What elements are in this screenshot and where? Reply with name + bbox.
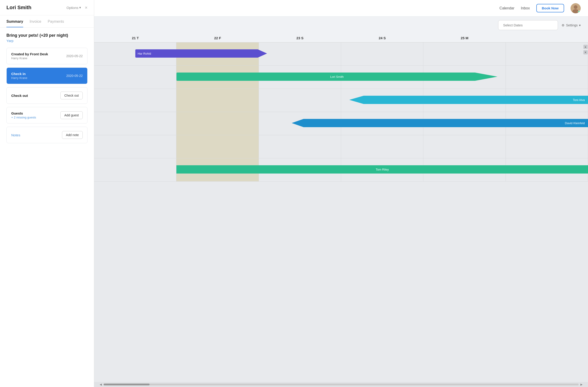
col-header-24: 24 S	[341, 34, 423, 42]
avatar[interactable]	[570, 3, 581, 13]
tab-payments[interactable]: Payments	[48, 15, 64, 27]
cell-5-3	[259, 135, 341, 158]
cell-1-4	[341, 42, 423, 65]
close-button[interactable]: ×	[85, 5, 87, 10]
cell-3-1	[94, 89, 176, 112]
tab-summary[interactable]: Summary	[6, 15, 23, 27]
created-label: Created by Front Desk	[11, 52, 48, 56]
gantt-bar-tom-riley-label: Tom Riley	[376, 168, 389, 171]
checkin-info: Check in Harry Krane	[11, 72, 27, 80]
gantt-bar-toni-alva[interactable]: Toni Alva	[349, 96, 588, 104]
gantt-bar-lori-smith[interactable]: Lori Smith	[176, 73, 498, 81]
notes-label: Notes	[11, 133, 20, 137]
cell-1-3	[259, 42, 341, 65]
cell-3-2	[176, 89, 259, 112]
panel-title: Lori Smith	[6, 5, 31, 11]
cell-1-6	[506, 42, 588, 65]
scroll-up-button[interactable]: ▲	[583, 45, 588, 49]
checkin-value: 2020-05-22	[66, 74, 83, 78]
col-header-26	[506, 34, 588, 42]
horizontal-scrollbar: ◀ ▶	[94, 382, 588, 387]
left-panel: Lori Smith Options ▾ × Summary Invoice P…	[0, 0, 94, 387]
add-note-button[interactable]: Add note	[62, 131, 83, 139]
tabs-container: Summary Invoice Payments	[0, 15, 94, 28]
options-label: Options	[67, 6, 79, 10]
checkin-card-row[interactable]: Check in Harry Krane 2020-05-22	[7, 68, 87, 84]
cell-5-4	[341, 135, 423, 158]
cell-1-5	[423, 42, 505, 65]
scroll-left-arrow[interactable]: ◀	[100, 383, 102, 386]
calendar-row-6: Tom Riley	[94, 158, 588, 182]
cell-6-1	[94, 158, 176, 181]
guests-card: Guests + 2 missing guests Add guest	[6, 107, 87, 123]
created-info: Created by Front Desk Harry Krane	[11, 52, 48, 60]
cell-5-2	[176, 135, 259, 158]
cell-5-6	[506, 135, 588, 158]
guests-info: Guests + 2 missing guests	[11, 111, 36, 119]
gantt-bar-david-kleinfeld[interactable]: David Kleinfeld	[292, 119, 588, 127]
chevron-down-icon: ▾	[79, 5, 81, 10]
checkin-sublabel: Harry Krane	[11, 76, 27, 80]
settings-label: Settings	[566, 23, 578, 27]
date-select-input[interactable]	[498, 20, 558, 30]
cell-4-2	[176, 112, 259, 135]
col-header-22: 22 F	[176, 34, 259, 42]
left-header: Lori Smith Options ▾ ×	[0, 0, 94, 15]
right-panel: Calendar Inbox Book Now ⚙ Settings ▾	[94, 0, 588, 387]
calendar-row-2: Lori Smith	[94, 66, 588, 89]
scroll-right-arrow[interactable]: ▶	[580, 383, 583, 386]
scroll-thumb[interactable]	[104, 384, 149, 385]
gantt-bar-har-rohld[interactable]: Har Rohld	[135, 49, 267, 58]
checkin-label: Check in	[11, 72, 27, 76]
checkout-card-row: Check out Check out	[7, 87, 87, 103]
guests-missing: + 2 missing guests	[11, 116, 36, 119]
book-now-button[interactable]: Book Now	[536, 4, 564, 12]
created-card-row: Created by Front Desk Harry Krane 2020-0…	[7, 48, 87, 64]
calendar-row-4: David Kleinfeld	[94, 112, 588, 135]
calendar-row-1: Har Rohld	[94, 42, 588, 66]
gantt-bar-tom-riley[interactable]: Tom Riley	[176, 165, 588, 174]
calendar-area: ⚙ Settings ▾ 21 T 22 F 23 S 24 S 25 M ▲ …	[94, 17, 588, 387]
calendar-body: Har Rohld Lori Smith	[94, 42, 588, 384]
panel-content: Bring your pets! (+20 per night) Yarp Cr…	[0, 28, 94, 387]
gantt-bar-lori-smith-label: Lori Smith	[330, 75, 344, 79]
inbox-nav-link[interactable]: Inbox	[521, 6, 530, 10]
gear-icon: ⚙	[562, 23, 565, 27]
calendar-grid: 21 T 22 F 23 S 24 S 25 M ▲ ▼	[94, 34, 588, 387]
gantt-bar-har-rohld-label: Har Rohld	[138, 52, 151, 55]
created-sublabel: Harry Krane	[11, 57, 48, 60]
created-card: Created by Front Desk Harry Krane 2020-0…	[6, 48, 87, 64]
guests-label: Guests	[11, 111, 36, 115]
col-header-25: 25 M	[423, 34, 505, 42]
col-header-21: 21 T	[94, 34, 176, 42]
settings-button[interactable]: ⚙ Settings ▾	[562, 23, 581, 27]
notes-card-row: Notes Add note	[7, 127, 87, 143]
gantt-bar-david-kleinfeld-label: David Kleinfeld	[565, 122, 585, 125]
settings-chevron-icon: ▾	[579, 23, 581, 27]
calendar-nav-link[interactable]: Calendar	[500, 6, 514, 10]
calendar-row-3: Toni Alva	[94, 89, 588, 112]
notes-card: Notes Add note	[6, 127, 87, 143]
cell-5-1	[94, 135, 176, 158]
svg-point-1	[574, 5, 577, 9]
scroll-down-button[interactable]: ▼	[583, 50, 588, 54]
cell-2-1	[94, 66, 176, 89]
col-header-23: 23 S	[259, 34, 341, 42]
checkin-card[interactable]: Check in Harry Krane 2020-05-22	[6, 67, 87, 84]
cell-3-3	[259, 89, 341, 112]
booking-title: Bring your pets! (+20 per night)	[6, 33, 87, 38]
avatar-online-dot	[578, 11, 580, 13]
scroll-track	[104, 384, 579, 385]
options-button[interactable]: Options ▾	[67, 5, 81, 10]
tab-invoice[interactable]: Invoice	[30, 15, 41, 27]
add-guest-button[interactable]: Add guest	[61, 111, 83, 119]
calendar-row-5	[94, 135, 588, 158]
header-actions: Options ▾ ×	[67, 5, 87, 10]
checkout-button[interactable]: Check out	[61, 92, 83, 99]
booking-subtitle: Yarp	[6, 39, 87, 43]
top-nav: Calendar Inbox Book Now	[94, 0, 588, 17]
cell-2-6	[506, 66, 588, 89]
guests-card-row: Guests + 2 missing guests Add guest	[7, 107, 87, 123]
calendar-toolbar: ⚙ Settings ▾	[94, 17, 588, 34]
created-value: 2020-05-22	[66, 54, 83, 58]
